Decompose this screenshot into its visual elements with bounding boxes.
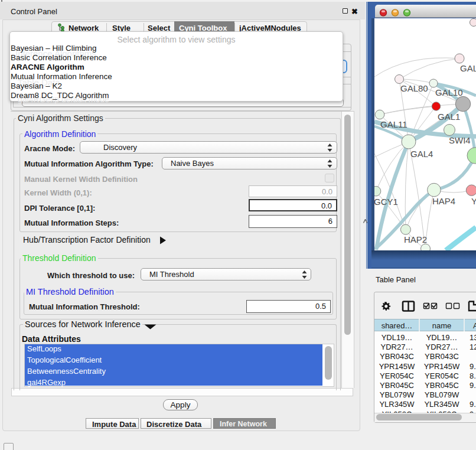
- svg-text:Y: Y: [471, 196, 476, 206]
- svg-text:GAL4: GAL4: [410, 149, 433, 159]
- svg-text:GAL7: GAL7: [460, 63, 476, 73]
- svg-text:GCY1: GCY1: [374, 197, 398, 207]
- svg-text:HAP4: HAP4: [432, 196, 455, 206]
- svg-text:GAL11: GAL11: [380, 119, 407, 129]
- svg-text:HAP2: HAP2: [404, 234, 427, 244]
- svg-text:GAL1: GAL1: [438, 112, 460, 122]
- svg-text:GAL10: GAL10: [435, 87, 463, 97]
- svg-text:SWI4: SWI4: [449, 135, 471, 145]
- svg-text:GAL80: GAL80: [400, 83, 428, 93]
